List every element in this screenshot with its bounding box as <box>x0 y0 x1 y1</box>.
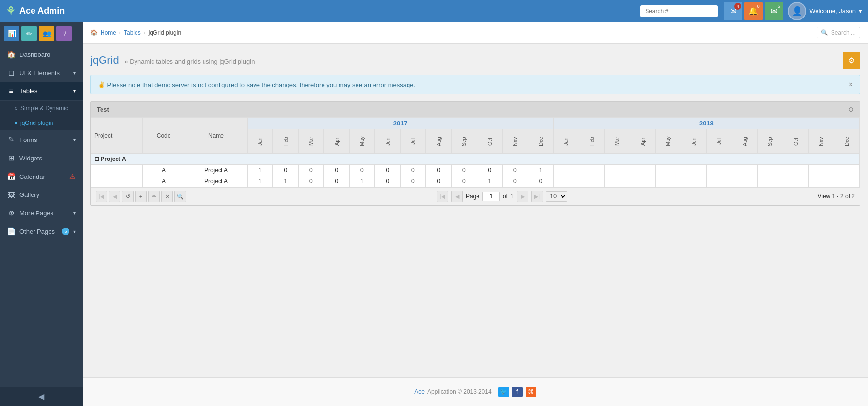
pager-prev-button[interactable]: ◀ <box>109 191 120 202</box>
search-icon: 🔍 <box>821 29 828 36</box>
notifications-button[interactable]: 🔔 8 <box>744 2 763 20</box>
sidebar-tool-share[interactable]: ⑂ <box>56 26 72 41</box>
pager-last2-button[interactable]: ▶| <box>531 191 543 202</box>
td-2017-6: 0 <box>400 165 426 176</box>
sidebar-item-more-pages[interactable]: ⊕ More Pages ▾ <box>0 204 83 222</box>
td-2017-3: 0 <box>324 165 350 176</box>
view-info: View 1 - 2 of 2 <box>817 193 855 200</box>
breadcrumb-home[interactable]: Home <box>101 29 116 36</box>
emails-button[interactable]: ✉ 5 <box>765 2 783 20</box>
layout: 📊 ✏ 👥 ⑂ 🏠 Dashboard ◻ UI & Elements ▾ ≡ … <box>0 22 868 406</box>
more-pages-icon: ⊕ <box>7 209 16 217</box>
td-2017-0: 1 <box>247 165 273 176</box>
forms-icon: ✎ <box>7 135 16 144</box>
search-input[interactable] <box>640 5 718 17</box>
sidebar-item-dashboard[interactable]: 🏠 Dashboard <box>0 45 83 64</box>
td-2018-10 <box>808 165 834 176</box>
tables-icon: ≡ <box>7 87 16 95</box>
sidebar-item-simple-dynamic[interactable]: Simple & Dynamic <box>0 101 83 116</box>
month-header-apr: Apr <box>324 129 350 154</box>
sidebar-toolbar: 📊 ✏ 👥 ⑂ <box>0 22 83 45</box>
table-row: AProject A110010000100 <box>91 176 860 187</box>
td-2017-1: 0 <box>273 165 299 176</box>
td-2018-7 <box>732 176 758 187</box>
other-pages-icon: 📄 <box>7 227 16 236</box>
search-bar-top[interactable]: 🔍 Search ... <box>817 27 860 38</box>
sidebar-item-other-pages[interactable]: 📄 Other Pages 5 ▾ <box>0 222 83 241</box>
page-size-select[interactable]: 10 20 50 <box>546 191 567 202</box>
sidebar-collapse-button[interactable]: ◀ <box>0 387 83 406</box>
month-header-2018-oct: Oct <box>783 129 809 154</box>
pager-delete-button[interactable]: ✕ <box>161 191 173 202</box>
td-2018-5 <box>681 176 707 187</box>
sidebar-item-calendar[interactable]: 📅 Calendar ⚠ <box>0 167 83 186</box>
sidebar-nav: 🏠 Dashboard ◻ UI & Elements ▾ ≡ Tables ▾… <box>0 45 83 387</box>
pager-edit-button[interactable]: ✏ <box>148 191 160 202</box>
settings-button[interactable]: ⚙ <box>843 52 860 69</box>
pager-prev2-button[interactable]: ◀ <box>451 191 463 202</box>
breadcrumb-sep1: › <box>119 29 121 36</box>
sidebar-item-jqgrid[interactable]: jqGrid plugin <box>0 116 83 130</box>
sidebar-tool-users[interactable]: 👥 <box>39 26 54 41</box>
td-name: Project A <box>185 165 247 176</box>
pager-first-button[interactable]: |◀ <box>96 191 107 202</box>
month-header-2018-jan: Jan <box>553 129 579 154</box>
sidebar-item-tables[interactable]: ≡ Tables ▾ <box>0 82 83 100</box>
sidebar-item-ui-elements[interactable]: ◻ UI & Elements ▾ <box>0 64 83 82</box>
month-header-aug: Aug <box>426 129 452 154</box>
grid-container: Test ⊙ Project Code Name 2017 <box>90 101 860 206</box>
td-2018-8 <box>757 165 783 176</box>
pager-reload-button[interactable]: ↺ <box>122 191 134 202</box>
col-code: Code <box>142 118 185 154</box>
sidebar-tool-pencil[interactable]: ✏ <box>21 26 37 41</box>
breadcrumb-bar: 🏠 Home › Tables › jqGrid plugin 🔍 Search… <box>83 22 868 44</box>
pager-next2-button[interactable]: ▶ <box>517 191 528 202</box>
td-2017-5: 0 <box>375 176 401 187</box>
sidebar-item-widgets[interactable]: ⊞ Widgets <box>0 149 83 167</box>
submenu-label: Simple & Dynamic <box>20 105 68 112</box>
page-number-input[interactable] <box>482 192 500 201</box>
month-header-oct: Oct <box>477 129 503 154</box>
breadcrumb-tables[interactable]: Tables <box>124 29 141 36</box>
td-2018-6 <box>706 176 732 187</box>
td-name: Project A <box>185 176 247 187</box>
pager-add-button[interactable]: + <box>135 191 147 202</box>
alert-close-button[interactable]: × <box>849 80 853 89</box>
rss-icon[interactable]: ⌘ <box>526 387 536 397</box>
pager-first2-button[interactable]: |◀ <box>437 191 448 202</box>
grid-collapse-button[interactable]: ⊙ <box>848 106 854 113</box>
td-2017-7: 0 <box>426 165 452 176</box>
month-header-2018-may: May <box>655 129 681 154</box>
sidebar-item-forms[interactable]: ✎ Forms ▾ <box>0 130 83 149</box>
user-menu[interactable]: 👤 Welcome, Jason ▾ <box>788 2 862 20</box>
submenu-label: jqGrid plugin <box>20 120 53 126</box>
td-2018-8 <box>757 176 783 187</box>
td-2018-3 <box>630 176 656 187</box>
home-icon: 🏠 <box>90 29 98 36</box>
td-2018-2 <box>604 176 630 187</box>
td-2018-1 <box>579 176 605 187</box>
sidebar-tool-chart[interactable]: 📊 <box>4 26 19 41</box>
grid-pager: |◀ ◀ ↺ + ✏ ✕ 🔍 |◀ ◀ Page of 1 <box>91 187 860 205</box>
sidebar-item-gallery[interactable]: 🖼 Gallery <box>0 186 83 204</box>
td-2017-5: 0 <box>375 165 401 176</box>
page-title: jqGrid <box>90 54 119 66</box>
dashboard-icon: 🏠 <box>7 50 16 59</box>
footer-copyright: Application © 2013-2014 <box>427 388 492 395</box>
month-header-feb: Feb <box>273 129 299 154</box>
page-label: Page <box>466 193 479 200</box>
brand-name: Ace Admin <box>19 6 65 16</box>
sidebar-item-label: Dashboard <box>19 51 76 58</box>
of-label: of <box>503 193 508 200</box>
twitter-icon[interactable]: 🐦 <box>498 387 509 397</box>
month-header-dec: Dec <box>528 129 554 154</box>
widgets-icon: ⊞ <box>7 154 16 162</box>
facebook-icon[interactable]: f <box>512 387 523 397</box>
col-project: Project <box>91 118 143 154</box>
footer-ace-link[interactable]: Ace <box>414 388 425 395</box>
messages-button[interactable]: ✉ 4 <box>724 2 742 20</box>
breadcrumb-current: jqGrid plugin <box>149 29 181 36</box>
year-2017-header: 2017 <box>247 118 553 129</box>
pager-search-button[interactable]: 🔍 <box>174 191 186 202</box>
sidebar-item-label: UI & Elements <box>19 70 69 77</box>
